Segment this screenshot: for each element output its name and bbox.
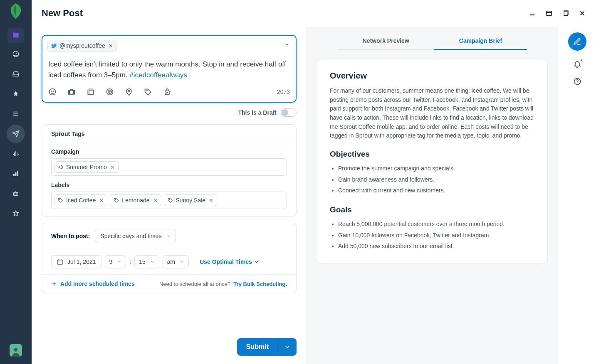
goals-heading: Goals — [330, 205, 535, 214]
app-logo-icon — [10, 3, 22, 18]
target-icon[interactable] — [106, 88, 114, 96]
remove-tag-icon[interactable]: ✕ — [110, 164, 115, 170]
list-item: Add 50,000 new subscribers to our email … — [338, 241, 535, 252]
compose-toolbar: 2073 — [42, 84, 296, 102]
schedule-mode-select[interactable]: Specific days and times — [95, 229, 176, 243]
twitter-icon — [51, 43, 57, 49]
campaign-input[interactable]: Summer Promo ✕ — [51, 158, 287, 176]
campaign-brief-card: Overview For many of our customers, summ… — [317, 59, 548, 264]
remove-tag-icon[interactable]: ✕ — [153, 197, 158, 204]
submit-button[interactable]: Submit — [237, 338, 278, 356]
emoji-icon[interactable] — [48, 88, 57, 96]
help-icon[interactable] — [573, 77, 581, 86]
compose-text[interactable]: Iced coffee isn't limited to only the wa… — [42, 52, 296, 84]
user-avatar[interactable] — [10, 344, 22, 357]
svg-rect-14 — [89, 90, 94, 95]
overview-text: For many of our customers, summer means … — [330, 86, 535, 140]
notifications-icon[interactable] — [573, 60, 581, 68]
minute-select[interactable]: 15 — [134, 255, 159, 268]
svg-rect-8 — [547, 11, 551, 16]
right-panel: Network Preview Campaign Brief Overview … — [307, 27, 558, 364]
location-icon[interactable] — [125, 88, 133, 96]
draft-toggle[interactable] — [281, 108, 297, 117]
svg-point-19 — [146, 90, 147, 91]
list-item: Gain 10,000 followers on Facebook, Twitt… — [338, 230, 535, 241]
svg-point-23 — [169, 199, 170, 200]
asset-library-icon[interactable] — [87, 88, 95, 96]
svg-point-7 — [14, 348, 18, 352]
composer-panel: @mysproutcoffee ✕ Iced coffee isn't limi… — [32, 27, 307, 364]
approval-icon[interactable] — [163, 88, 171, 96]
list-item: Connect with current and new customers. — [338, 185, 535, 196]
preview-tabs: Network Preview Campaign Brief — [317, 27, 548, 50]
nav-publishing-icon[interactable] — [7, 125, 25, 143]
account-chip-twitter[interactable]: @mysproutcoffee ✕ — [47, 40, 117, 52]
svg-point-12 — [53, 91, 54, 92]
dock-button[interactable] — [545, 10, 553, 17]
page-title: New Post — [42, 8, 83, 19]
tab-network-preview[interactable]: Network Preview — [338, 34, 434, 50]
campaign-tag-chip[interactable]: Summer Promo ✕ — [54, 161, 119, 173]
close-button[interactable] — [579, 10, 586, 17]
restore-button[interactable] — [562, 10, 569, 17]
nav-pin-icon[interactable] — [7, 85, 25, 103]
draft-toggle-row: This is a Draft — [42, 103, 297, 124]
minimize-button[interactable] — [529, 10, 536, 17]
hour-select[interactable]: 9 — [105, 255, 126, 268]
megaphone-icon — [58, 164, 64, 170]
remove-tag-icon[interactable]: ✕ — [99, 197, 104, 204]
remove-account-icon[interactable]: ✕ — [109, 43, 113, 49]
svg-rect-3 — [17, 171, 18, 176]
svg-point-17 — [109, 91, 110, 92]
list-item: Reach 5,000,000 potential customers over… — [338, 219, 535, 230]
chevron-down-icon — [179, 259, 184, 264]
chevron-down-icon — [150, 259, 155, 264]
chevron-down-icon — [116, 259, 121, 264]
nav-reviews-icon[interactable] — [7, 204, 25, 223]
nav-library-icon[interactable] — [7, 27, 24, 43]
svg-rect-24 — [57, 260, 62, 264]
date-picker[interactable]: Jul 1, 2021 — [51, 255, 101, 268]
remove-tag-icon[interactable]: ✕ — [209, 197, 213, 204]
labels-input[interactable]: Iced Coffee✕ Lemonade✕ Sunny Sale✕ — [51, 192, 287, 209]
overview-heading: Overview — [330, 71, 535, 81]
svg-point-6 — [17, 194, 17, 194]
nav-dashboard-icon[interactable] — [7, 45, 25, 63]
tab-campaign-brief[interactable]: Campaign Brief — [434, 34, 527, 50]
objectives-heading: Objectives — [330, 150, 535, 159]
chevron-down-icon — [284, 344, 291, 350]
calendar-icon — [57, 258, 63, 265]
chevron-down-icon — [166, 234, 171, 239]
goals-list: Reach 5,000,000 potential customers over… — [330, 219, 535, 252]
svg-point-13 — [71, 91, 73, 93]
tag-icon — [114, 197, 119, 203]
nav-reports-icon[interactable] — [7, 165, 25, 183]
use-optimal-times-link[interactable]: Use Optimal Times — [200, 258, 260, 265]
nav-inbox-icon[interactable] — [7, 65, 25, 83]
list-item: Gain brand awareness and followers. — [338, 174, 535, 185]
compose-icon — [573, 37, 581, 46]
right-rail — [558, 27, 596, 364]
compose-fab-button[interactable] — [568, 32, 586, 51]
submit-dropdown-button[interactable] — [278, 338, 297, 356]
label-chip[interactable]: Sunny Sale✕ — [164, 194, 218, 206]
compose-box: @mysproutcoffee ✕ Iced coffee isn't limi… — [42, 35, 297, 103]
nav-listening-icon[interactable] — [7, 145, 25, 163]
draft-label: This is a Draft — [238, 109, 277, 116]
nav-bot-icon[interactable] — [7, 184, 25, 203]
nav-feed-icon[interactable] — [7, 105, 25, 123]
list-item: Promote the summer campaign and specials… — [338, 163, 535, 174]
submit-bar: Submit — [237, 338, 297, 356]
composer-header: New Post — [32, 0, 596, 27]
accounts-dropdown-icon[interactable] — [284, 42, 290, 47]
label-chip[interactable]: Iced Coffee✕ — [54, 194, 107, 206]
ampm-select[interactable]: am — [163, 255, 189, 268]
bulk-scheduling-link[interactable]: Try Bulk Scheduling. — [233, 281, 287, 287]
tag-icon[interactable] — [144, 88, 152, 96]
bulk-scheduling-hint: Need to schedule all at once? Try Bulk S… — [159, 281, 287, 287]
camera-icon[interactable] — [67, 88, 76, 96]
account-selector[interactable]: @mysproutcoffee ✕ — [42, 36, 296, 52]
add-scheduled-time-button[interactable]: Add more scheduled times — [51, 280, 135, 287]
hashtag-link[interactable]: #icedcoffeealways — [129, 71, 187, 79]
label-chip[interactable]: Lemonade✕ — [110, 194, 161, 206]
